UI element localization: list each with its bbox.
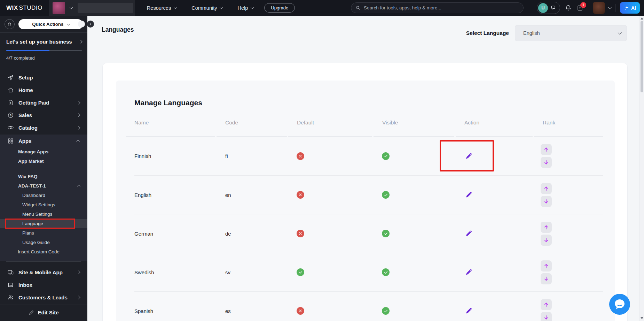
sidebar-item-label: Sales xyxy=(18,112,73,118)
sidebar-item-label: Insert Custom Code xyxy=(18,249,60,254)
chevron-right-icon xyxy=(77,296,80,299)
sidebar-item-sales[interactable]: $ Sales xyxy=(0,109,87,121)
sidebar-item-menu-settings[interactable]: Menu Settings xyxy=(0,209,87,219)
manage-languages-card: Manage Languages Name Code Default Visib… xyxy=(102,63,628,321)
visible-status-icon xyxy=(382,230,390,237)
topbar-search[interactable] xyxy=(351,2,524,13)
language-code: sv xyxy=(225,269,297,275)
sidebar-item-customers-leads[interactable]: Customers & Leads xyxy=(0,291,87,304)
site-selector[interactable] xyxy=(49,0,135,16)
arrow-down-icon xyxy=(543,276,549,282)
chevron-right-icon xyxy=(79,40,83,44)
user-chat-pill[interactable]: U xyxy=(537,2,560,14)
check-icon xyxy=(298,270,303,275)
edit-language-button[interactable] xyxy=(463,267,474,278)
table-row: Swedish sv xyxy=(134,253,603,291)
nav-help[interactable]: Help xyxy=(230,0,261,16)
divider xyxy=(588,4,588,12)
tags-icon xyxy=(7,124,14,131)
arrow-up-icon xyxy=(543,301,549,308)
language-selector-group: Select Language English xyxy=(466,25,627,41)
sidebar-item-home[interactable]: Home xyxy=(0,84,87,96)
table-row: English en xyxy=(134,175,603,214)
check-icon xyxy=(384,309,388,313)
sidebar-item-apps[interactable]: Apps xyxy=(0,135,87,147)
chevron-down-icon xyxy=(67,22,70,25)
sidebar-item-label: Usage Guide xyxy=(22,240,50,245)
edit-site-button[interactable]: Edit Site xyxy=(29,309,58,315)
sidebar-item-ada-test-1[interactable]: ADA-TEST-1 xyxy=(0,181,87,191)
pencil-icon xyxy=(464,229,473,238)
sidebar-item-wix-faq[interactable]: Wix FAQ xyxy=(0,172,87,181)
scrollbar-thumb[interactable] xyxy=(641,21,643,92)
chat-support-button[interactable] xyxy=(609,294,630,315)
sidebar-item-usage-guide[interactable]: Usage Guide xyxy=(0,238,87,247)
arrow-down-icon xyxy=(543,159,549,166)
search-input[interactable] xyxy=(364,5,510,10)
notifications-button[interactable] xyxy=(565,4,572,12)
sidebar-nav-top: Setup Home $ Getting Paid $ Sales Catalo… xyxy=(0,66,87,134)
sidebar-item-label: Dashboard xyxy=(22,193,45,198)
sidebar-item-widget-settings[interactable]: Widget Settings xyxy=(0,200,87,209)
rocket-icon xyxy=(7,74,14,81)
sidebar-item-label: Home xyxy=(18,87,80,93)
sidebar-item-dashboard[interactable]: Dashboard xyxy=(0,191,87,200)
pencil-icon xyxy=(464,191,473,199)
sparkle-icon xyxy=(624,5,629,11)
default-status-icon xyxy=(297,307,304,315)
cross-icon xyxy=(298,231,303,236)
nav-community[interactable]: Community xyxy=(184,0,230,16)
scroll-down-arrow[interactable] xyxy=(641,317,643,319)
updates-button[interactable]: 1 xyxy=(576,5,583,12)
edit-language-button[interactable] xyxy=(463,228,474,239)
nav-label: Resources xyxy=(147,5,171,11)
sidebar-item-catalog[interactable]: Catalog xyxy=(0,121,87,134)
sidebar-item-site-mobile-app[interactable]: Site & Mobile App xyxy=(0,266,87,278)
upgrade-button[interactable]: Upgrade xyxy=(264,3,295,13)
cross-icon xyxy=(298,309,303,313)
vertical-scrollbar[interactable] xyxy=(639,16,644,321)
account-menu[interactable] xyxy=(593,2,611,14)
chevron-down-icon xyxy=(251,6,254,9)
sidebar-item-insert-custom-code[interactable]: Insert Custom Code xyxy=(0,247,87,257)
edit-language-button[interactable] xyxy=(463,189,474,200)
language-code: es xyxy=(225,308,297,314)
sidebar-item-plans[interactable]: Plans xyxy=(0,228,87,238)
wix-studio-logo[interactable]: WIXSTUDIO xyxy=(6,5,42,12)
setup-progress-card[interactable]: Let's set up your business 4/7 completed xyxy=(0,33,87,66)
table-row: Finnish fi xyxy=(134,137,603,175)
arrow-down-icon xyxy=(543,314,549,321)
ai-assistant-button[interactable]: AI xyxy=(620,2,640,14)
sidebar-item-language[interactable]: Language xyxy=(0,219,87,228)
nav-label: Community xyxy=(191,5,217,11)
nav-label: Help xyxy=(237,5,248,11)
nav-resources[interactable]: Resources xyxy=(139,0,184,16)
sidebar-item-manage-apps[interactable]: Manage Apps xyxy=(0,147,87,156)
language-select[interactable]: English xyxy=(515,25,627,41)
user-avatar: U xyxy=(538,3,548,13)
visible-status-icon xyxy=(382,268,390,276)
sidebar-collapse-button[interactable] xyxy=(87,21,94,28)
default-status-icon xyxy=(297,152,304,160)
column-header-default: Default xyxy=(297,118,382,137)
language-name: Spanish xyxy=(134,308,225,314)
favorites-button[interactable] xyxy=(5,19,15,29)
chat-bubble-icon xyxy=(609,294,630,315)
edit-language-button[interactable] xyxy=(463,305,474,316)
highlight-box-language xyxy=(5,219,75,229)
scroll-up-arrow[interactable] xyxy=(641,17,643,20)
visible-status-icon xyxy=(382,307,390,315)
arrow-up-icon xyxy=(543,185,549,192)
setup-progress-bar xyxy=(6,50,82,51)
language-name: Swedish xyxy=(134,269,225,275)
sidebar-item-app-market[interactable]: App Market xyxy=(0,156,87,166)
cross-icon xyxy=(298,193,303,197)
pencil-icon xyxy=(29,310,34,315)
chevron-right-icon xyxy=(77,270,80,274)
quick-actions-button[interactable]: Quick Actions xyxy=(18,19,83,29)
sidebar-item-inbox[interactable]: Inbox xyxy=(0,278,87,291)
sidebar-item-getting-paid[interactable]: $ Getting Paid xyxy=(0,96,87,109)
invoice-icon: $ xyxy=(7,99,14,106)
notification-badge: 1 xyxy=(580,2,586,8)
sidebar-item-setup[interactable]: Setup xyxy=(0,71,87,84)
